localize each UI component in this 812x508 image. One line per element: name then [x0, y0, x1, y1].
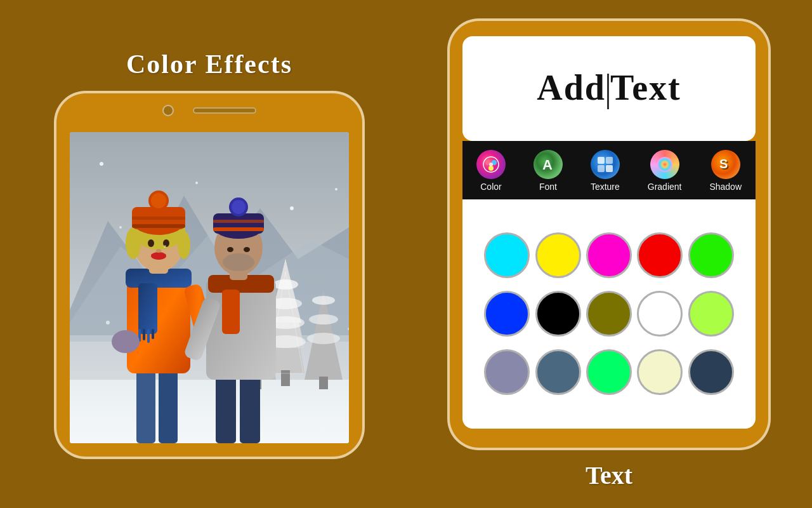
svg-rect-82: [598, 157, 605, 164]
svg-rect-63: [213, 220, 264, 223]
svg-rect-33: [152, 329, 154, 339]
svg-point-22: [312, 296, 335, 305]
svg-point-35: [112, 330, 140, 353]
texture-icon: [591, 150, 620, 179]
color-swatch-white[interactable]: [637, 291, 683, 337]
page-title: Color Effects: [126, 49, 292, 79]
svg-point-46: [151, 193, 166, 208]
svg-rect-21: [319, 377, 328, 389]
toolbar-tab-shadow[interactable]: SSShadow: [702, 147, 749, 194]
toolbar-tab-gradient[interactable]: Gradient: [640, 147, 690, 194]
color-swatch-black[interactable]: [535, 291, 581, 337]
color-row-0: [481, 232, 737, 278]
texture-tab-label: Texture: [591, 182, 620, 192]
svg-point-59: [223, 253, 254, 271]
color-row-2: [481, 349, 737, 395]
right-section: AddText ColorAFontTextureGradientSSShado…: [431, 18, 787, 490]
shadow-tab-label: Shadow: [709, 182, 742, 192]
svg-rect-32: [147, 329, 150, 343]
svg-rect-4: [70, 380, 349, 443]
svg-point-72: [335, 188, 337, 190]
toolbar-tab-texture[interactable]: Texture: [583, 147, 627, 194]
couple-photo-svg: [70, 132, 349, 443]
phone-top-bar: [56, 105, 362, 116]
svg-point-50: [156, 249, 161, 253]
toolbar-tab-font[interactable]: AFont: [526, 147, 570, 194]
toolbar: ColorAFontTextureGradientSSShadow: [462, 141, 756, 199]
svg-rect-44: [132, 217, 185, 220]
text-cursor: [607, 74, 609, 109]
left-section: Color Effects: [25, 49, 393, 459]
svg-rect-29: [138, 283, 157, 334]
color-tab-label: Color: [480, 182, 501, 192]
svg-rect-31: [143, 329, 145, 340]
svg-point-73: [164, 245, 166, 248]
font-tab-label: Font: [539, 182, 557, 192]
svg-point-40: [178, 231, 190, 259]
svg-point-67: [244, 247, 250, 252]
svg-point-68: [100, 162, 103, 166]
color-icon: [476, 150, 506, 179]
svg-rect-85: [606, 165, 613, 172]
color-row-1: [481, 291, 737, 337]
color-swatch-magenta[interactable]: [586, 232, 632, 278]
color-swatch-lavender[interactable]: [484, 349, 530, 395]
color-swatch-dark-slate[interactable]: [688, 349, 734, 395]
color-swatch-cyan[interactable]: [484, 232, 530, 278]
svg-text:A: A: [542, 157, 553, 173]
font-icon: A: [534, 150, 563, 179]
svg-rect-55: [222, 290, 240, 334]
shadow-icon: SS: [711, 150, 740, 179]
svg-point-23: [309, 314, 338, 324]
color-swatch-red[interactable]: [637, 232, 683, 278]
toolbar-tab-color[interactable]: Color: [469, 147, 513, 194]
svg-rect-84: [598, 165, 605, 172]
svg-point-86: [657, 157, 672, 172]
svg-point-80: [489, 163, 493, 166]
svg-point-10: [273, 279, 298, 290]
color-swatch-olive[interactable]: [586, 291, 632, 337]
text-input-area[interactable]: AddText: [462, 36, 756, 141]
color-swatch-green[interactable]: [688, 232, 734, 278]
svg-point-66: [227, 247, 233, 252]
svg-rect-62: [213, 227, 264, 231]
color-swatch-lime[interactable]: [688, 291, 734, 337]
color-swatch-steel[interactable]: [535, 349, 581, 395]
add-text-part2: Text: [610, 68, 681, 107]
svg-text:S: S: [719, 157, 728, 171]
color-swatch-cream[interactable]: [637, 349, 683, 395]
svg-point-70: [290, 206, 294, 210]
bottom-label: Text: [586, 460, 632, 490]
right-phone-mockup: AddText ColorAFontTextureGradientSSShado…: [447, 18, 771, 450]
color-swatch-neon-green[interactable]: [586, 349, 632, 395]
left-phone-mockup: [54, 91, 365, 459]
svg-point-79: [488, 166, 494, 171]
gradient-icon: [650, 150, 679, 179]
gradient-tab-label: Gradient: [648, 182, 682, 192]
svg-point-47: [148, 239, 154, 247]
add-text-display: AddText: [537, 67, 681, 109]
color-swatch-yellow[interactable]: [535, 232, 581, 278]
phone-camera: [162, 105, 174, 116]
svg-rect-8: [281, 370, 290, 386]
phone-speaker: [193, 107, 256, 114]
svg-rect-43: [132, 224, 185, 228]
svg-point-74: [106, 321, 110, 324]
color-palette-area: [462, 199, 756, 429]
svg-point-65: [232, 200, 246, 214]
svg-point-71: [119, 226, 122, 229]
add-text-part1: Add: [537, 68, 606, 107]
svg-point-24: [307, 333, 340, 344]
svg-rect-53: [206, 278, 276, 380]
svg-point-69: [195, 182, 198, 184]
svg-point-39: [126, 227, 141, 259]
color-swatch-blue[interactable]: [484, 291, 530, 337]
phone-image: [70, 132, 349, 443]
svg-rect-83: [606, 157, 613, 164]
